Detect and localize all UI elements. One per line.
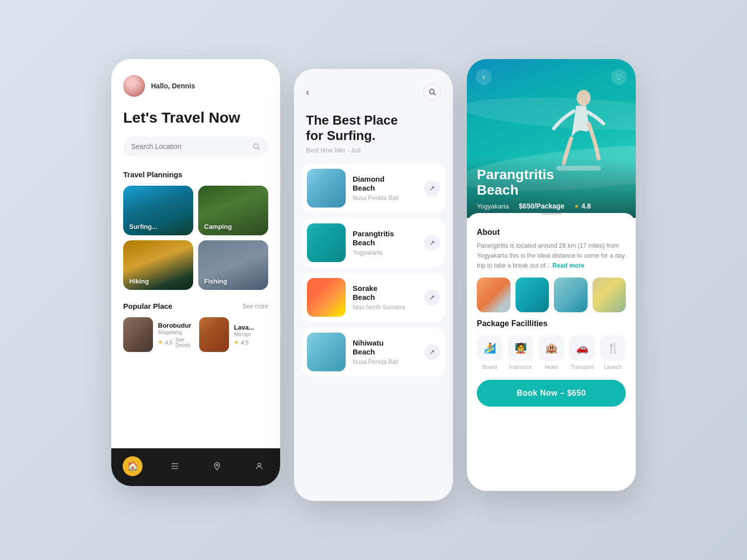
beach-item-sorake[interactable]: SorakeBeach Nias North Sumatra ↗: [302, 273, 445, 322]
arrow-icon-diamond[interactable]: ↗: [424, 180, 440, 196]
back-button[interactable]: ‹: [306, 86, 309, 98]
nav-profile[interactable]: [249, 456, 269, 476]
beach-loc-parangtritis: Yogyakarta: [353, 249, 417, 256]
arrow-icon-nihiwatu[interactable]: ↗: [424, 344, 440, 360]
p3-rating-value: 4.8: [581, 202, 591, 210]
facility-hotel: 🏨 Hotel: [538, 335, 564, 370]
travel-card-hiking[interactable]: Hiking: [123, 240, 193, 290]
drag-handle: [541, 213, 561, 215]
arrow-icon-parangtritis[interactable]: ↗: [424, 235, 440, 251]
phone-1: Hallo, Dennis Let's Travel Now Travel Pl…: [111, 59, 280, 486]
facility-instructor: 🧑‍🏫 Instructor: [508, 335, 533, 370]
beach-info-nihiwatu: NihiwatuBeach Nusa Penida Bali: [353, 339, 417, 365]
p3-location: Yogyakarta: [477, 203, 509, 210]
book-now-button[interactable]: Book Now – $650: [477, 380, 626, 407]
popular-thumb-lava: [199, 317, 229, 352]
avatar: [123, 75, 145, 97]
beach-loc-sorake: Nias North Sumatra: [353, 304, 417, 311]
popular-name: Borobudur: [158, 322, 192, 329]
popular-rating-lava: ★ 4.5: [234, 339, 268, 346]
gallery-photo-4[interactable]: [593, 278, 626, 312]
p2-hero-title: The Best Placefor Surfing.: [294, 109, 453, 146]
hero-title: Let's Travel Now: [111, 105, 280, 137]
travel-grid: Surfing... Camping Hiking Fishing: [111, 186, 280, 302]
phone-2: ‹ The Best Placefor Surfing. Best time M…: [294, 69, 453, 501]
beach-item-nihiwatu[interactable]: NihiwatuBeach Nusa Penida Bali ↗: [302, 328, 445, 376]
p3-hero-image: ‹ ♡ ParangtritisBeach Yogyakarta $650/Pa…: [467, 59, 636, 218]
p3-hero-overlay: ParangtritisBeach Yogyakarta $650/Packag…: [467, 157, 636, 218]
svg-point-9: [577, 90, 591, 106]
search-input[interactable]: [131, 142, 248, 150]
travel-plannings-title: Travel Plannings: [111, 170, 280, 186]
popular-card-lava[interactable]: Lava... Merapi ★ 4.5: [199, 317, 268, 352]
popular-header: Popular Place See more: [111, 302, 280, 317]
star-icon: ★: [574, 203, 579, 210]
search-button[interactable]: [423, 83, 441, 101]
travel-label-camping: Camping: [204, 223, 232, 230]
see-details-link[interactable]: See Details: [175, 337, 192, 348]
popular-location: Magelang: [158, 329, 192, 335]
p3-back-button[interactable]: ‹: [476, 69, 492, 85]
p3-favorite-button[interactable]: ♡: [611, 69, 627, 85]
popular-info-lava: Lava... Merapi ★ 4.5: [234, 324, 268, 346]
travel-card-surfing[interactable]: Surfing...: [123, 186, 193, 235]
board-icon: 🏄: [477, 335, 503, 361]
gallery-photo-1[interactable]: [477, 278, 511, 312]
popular-name-lava: Lava...: [234, 324, 268, 331]
see-more-link[interactable]: See more: [242, 303, 268, 310]
beach-list: DiamondBeach Nusa Penida Bali ↗ Parangtr…: [294, 164, 453, 376]
about-title: About: [477, 220, 626, 241]
transport-label: Transport: [571, 364, 594, 370]
nav-home[interactable]: 🏠: [123, 456, 143, 476]
phone-3: ‹ ♡ ParangtritisBeach Yogyakarta $650/Pa…: [467, 59, 636, 491]
gallery-photo-3[interactable]: [554, 278, 588, 312]
photo-gallery: [477, 278, 626, 312]
search-bar[interactable]: [123, 137, 268, 156]
beach-item-diamond[interactable]: DiamondBeach Nusa Penida Bali ↗: [302, 164, 445, 212]
nav-location[interactable]: [207, 456, 227, 476]
p2-topbar: ‹: [294, 69, 453, 109]
svg-point-0: [254, 144, 258, 148]
p1-header: Hallo, Dennis: [111, 59, 280, 105]
phones-container: Hallo, Dennis Let's Travel Now Travel Pl…: [91, 29, 656, 531]
gallery-photo-2[interactable]: [516, 278, 549, 312]
beach-name-sorake: SorakeBeach: [353, 284, 417, 302]
beach-loc-diamond: Nusa Penida Bali: [353, 195, 417, 202]
beach-item-parangtritis[interactable]: ParangtritisBeach Yogyakarta ↗: [302, 218, 445, 267]
transport-icon: 🚗: [569, 335, 595, 361]
p3-content: About Parangtritis is located around 28 …: [467, 213, 636, 417]
p3-hero-meta: Yogyakarta $650/Package ★ 4.8: [477, 202, 626, 210]
p3-price: $650/Package: [519, 202, 565, 210]
instructor-icon: 🧑‍🏫: [508, 335, 533, 361]
travel-card-fishing[interactable]: Fishing: [198, 240, 268, 290]
search-icon: [252, 142, 260, 150]
facilities-title: Package Facillities: [477, 319, 626, 328]
bottom-nav: 🏠: [111, 448, 280, 486]
p3-rating: ★ 4.8: [574, 202, 591, 210]
hotel-label: Hotel: [545, 364, 558, 370]
popular-card-borobudur[interactable]: Borobudur Magelang ★ 4.5 See Details: [123, 317, 192, 352]
svg-point-6: [258, 463, 261, 466]
beach-name-parangtritis: ParangtritisBeach: [353, 229, 417, 247]
nav-list[interactable]: [165, 456, 185, 476]
star-icon: ★: [158, 339, 163, 346]
p3-place-name: ParangtritisBeach: [477, 167, 626, 198]
travel-label-hiking: Hiking: [129, 278, 149, 285]
popular-info-borobudur: Borobudur Magelang ★ 4.5 See Details: [158, 322, 192, 348]
rating-value: 4.5: [165, 340, 172, 346]
about-text: Parangtritis is located around 28 km (17…: [477, 241, 626, 271]
facility-launch: 🍴 Launch: [600, 335, 626, 370]
launch-icon: 🍴: [600, 335, 626, 361]
popular-rating: ★ 4.5 See Details: [158, 337, 192, 348]
board-label: Board: [482, 364, 497, 370]
greeting-text: Hallo, Dennis: [151, 82, 195, 90]
p3-topbar: ‹ ♡: [467, 69, 636, 85]
read-more-link[interactable]: Read more: [552, 262, 585, 269]
launch-label: Launch: [604, 364, 622, 370]
popular-thumb-borobudur: [123, 317, 153, 352]
beach-thumb-diamond: [307, 169, 346, 208]
travel-card-camping[interactable]: Camping: [198, 186, 268, 235]
popular-location-lava: Merapi: [234, 331, 268, 337]
arrow-icon-sorake[interactable]: ↗: [424, 289, 440, 305]
svg-line-8: [434, 93, 436, 95]
